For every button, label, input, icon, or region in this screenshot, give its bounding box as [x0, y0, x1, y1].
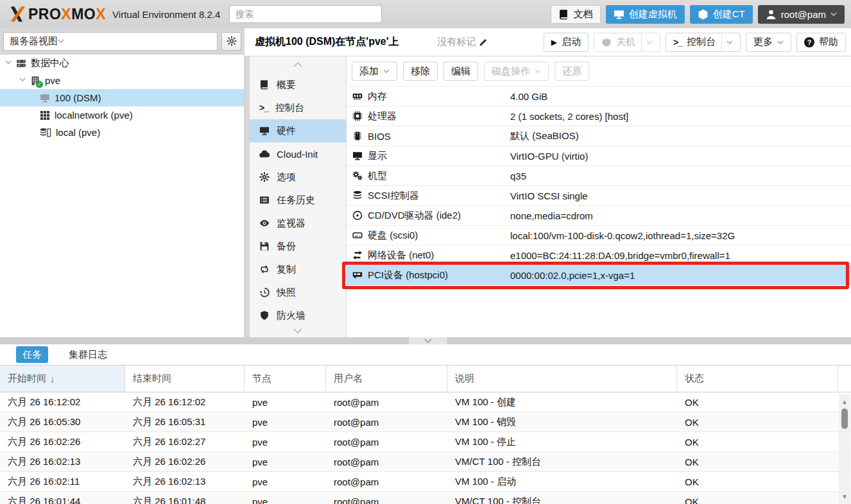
nav-item-firewall[interactable]: 防火墙	[250, 304, 346, 327]
proxmox-logo[interactable]: PROXMOX Virtual Environment 8.2.4	[6, 4, 220, 24]
help-button[interactable]: ? 帮助	[796, 33, 846, 52]
hw-row-network[interactable]: 网络设备 (net0) e1000=BC:24:11:28:DA:09,brid…	[347, 246, 851, 265]
nav-item-snapshots[interactable]: 快照	[250, 281, 346, 304]
search-input[interactable]	[229, 5, 382, 23]
hw-row-pci-device[interactable]: PCI设备 (hostpci0) 0000:00:02.0,pcie=1,x-v…	[347, 265, 851, 285]
nav-item-hardware[interactable]: 硬件	[250, 119, 346, 142]
task-row[interactable]: 六月 26 16:01:44六月 26 16:01:48pveroot@pamV…	[0, 492, 851, 504]
tree-item-localnetwork[interactable]: localnetwork (pve)	[0, 106, 244, 124]
shutdown-button[interactable]: 关机	[594, 33, 660, 52]
hw-row-processors[interactable]: 处理器 2 (1 sockets, 2 cores) [host]	[347, 106, 851, 126]
revert-button[interactable]: 还原	[554, 62, 589, 81]
edit-button[interactable]: 编辑	[443, 62, 478, 81]
scroll-up-icon[interactable]: ▲	[839, 398, 850, 405]
cloud-icon	[259, 149, 270, 159]
terminal-icon: >_	[673, 37, 682, 47]
nav-scroll-down[interactable]	[250, 324, 346, 337]
shield-icon	[259, 310, 270, 321]
nav-item-replication[interactable]: 复制	[250, 258, 346, 281]
disk-action-button[interactable]: 磁盘操作	[484, 62, 549, 81]
pci-card-icon	[352, 270, 368, 280]
hw-row-scsi-controller[interactable]: SCSI控制器 VirtIO SCSI single	[347, 186, 851, 206]
hardware-toolbar: 添加 移除 编辑 磁盘操作 还原	[347, 56, 851, 86]
column-header-node[interactable]: 节点	[245, 365, 326, 392]
tags-editor[interactable]: 没有标记	[438, 36, 488, 48]
expand-chevron-icon[interactable]	[5, 60, 12, 67]
eye-icon	[259, 218, 270, 228]
gears-icon	[352, 171, 368, 181]
pencil-icon	[479, 38, 488, 47]
task-row[interactable]: 六月 26 16:02:26六月 26 16:02:27pveroot@pamV…	[0, 432, 851, 452]
task-row[interactable]: 六月 26 16:05:30六月 26 16:05:31pveroot@pamV…	[0, 412, 851, 432]
create-vm-button[interactable]: 创建虚拟机	[606, 5, 685, 24]
hw-row-hard-disk[interactable]: 硬盘 (scsi0) local:100/vm-100-disk-0.qcow2…	[347, 226, 851, 246]
column-header-description[interactable]: 说明	[447, 365, 677, 392]
task-row[interactable]: 六月 26 16:02:13六月 26 16:02:26pveroot@pamV…	[0, 452, 851, 472]
add-button[interactable]: 添加	[352, 62, 397, 81]
console-button[interactable]: >_ 控制台	[666, 33, 741, 52]
nav-scroll-up[interactable]	[250, 56, 346, 73]
chevron-down-icon	[58, 39, 64, 43]
splitter-collapse-handle[interactable]	[409, 337, 447, 344]
tree-item-node-pve[interactable]: ✓ pve	[0, 72, 244, 89]
proxmox-mark-icon	[6, 4, 26, 24]
hw-row-cdrom[interactable]: CD/DVD驱动器 (ide2) none,media=cdrom	[347, 206, 851, 226]
nav-item-cloudinit[interactable]: Cloud-Init	[250, 142, 346, 165]
shutdown-menu-chevron[interactable]	[641, 33, 653, 51]
disk-action-chevron	[535, 69, 541, 73]
view-mode-select[interactable]: 服务器视图	[3, 32, 218, 51]
documentation-button[interactable]: 文档	[551, 5, 601, 24]
start-button[interactable]: ▶ 启动	[544, 33, 589, 52]
task-table-header: 开始时间 ↓ 结束时间 节点 用户名 说明 状态	[0, 365, 851, 392]
proxmox-app: PROXMOX Virtual Environment 8.2.4 文档 创建虚…	[0, 0, 851, 504]
more-button[interactable]: 更多	[746, 33, 791, 52]
hw-row-machine[interactable]: 机型 q35	[347, 166, 851, 186]
sort-desc-icon: ↓	[50, 373, 55, 384]
column-header-status[interactable]: 状态	[677, 365, 838, 392]
task-row[interactable]: 六月 26 16:02:11六月 26 16:02:13pveroot@pamV…	[0, 472, 851, 492]
tree-item-vm-100[interactable]: 100 (DSM)	[0, 89, 244, 106]
user-menu-button[interactable]: root@pam	[758, 5, 845, 24]
nav-item-backup[interactable]: 备份	[250, 235, 346, 258]
terminal-icon: >_	[259, 103, 268, 113]
task-row[interactable]: 六月 26 16:12:02六月 26 16:12:02pveroot@pamV…	[0, 392, 851, 412]
history-icon	[259, 287, 270, 298]
scrollbar-thumb[interactable]	[841, 408, 848, 429]
hw-row-display[interactable]: 显示 VirtIO-GPU (virtio)	[347, 146, 851, 166]
tab-tasks[interactable]: 任务	[16, 346, 48, 363]
help-icon: ?	[804, 37, 814, 47]
create-ct-button[interactable]: 创建CT	[690, 5, 753, 24]
console-menu-chevron[interactable]	[721, 33, 733, 51]
chevron-down-icon	[830, 12, 837, 16]
nav-item-options[interactable]: 选项	[250, 165, 346, 189]
hw-row-memory[interactable]: 内存 4.00 GiB	[347, 87, 851, 106]
remove-button[interactable]: 移除	[403, 62, 438, 81]
hdd-icon	[352, 230, 368, 240]
hw-row-bios[interactable]: BIOS 默认 (SeaBIOS)	[347, 126, 851, 146]
tree-item-local-storage[interactable]: local (pve)	[0, 124, 244, 141]
tree-item-datacenter[interactable]: 数据中心	[0, 55, 244, 72]
retweet-icon	[259, 264, 270, 274]
tree-settings-button[interactable]	[221, 32, 241, 51]
list-icon	[259, 195, 270, 205]
top-header: PROXMOX Virtual Environment 8.2.4 文档 创建虚…	[0, 0, 851, 28]
brand-word: PROXMOX	[28, 6, 106, 23]
power-icon	[601, 37, 612, 47]
vm-config-nav: 概要 >_ 控制台 硬件 Cloud-Init 选项 任务历史 监视器 备份	[250, 56, 347, 337]
exchange-arrows-icon	[352, 250, 368, 260]
nav-item-summary[interactable]: 概要	[250, 73, 346, 96]
column-header-end-time[interactable]: 结束时间	[125, 365, 245, 392]
nav-item-monitor[interactable]: 监视器	[250, 212, 346, 235]
column-header-username[interactable]: 用户名	[326, 365, 447, 392]
column-header-start-time[interactable]: 开始时间 ↓	[0, 365, 125, 392]
nav-item-task-history[interactable]: 任务历史	[250, 189, 346, 212]
expand-chevron-icon[interactable]	[19, 78, 26, 84]
horizontal-splitter[interactable]	[0, 337, 851, 344]
online-status-badge: ✓	[36, 81, 43, 88]
task-scrollbar[interactable]: ▲ ▼	[839, 394, 850, 504]
user-icon	[766, 9, 777, 20]
tab-cluster-log[interactable]: 集群日志	[62, 346, 114, 363]
cd-icon	[352, 210, 368, 221]
nav-item-console[interactable]: >_ 控制台	[250, 96, 346, 119]
scroll-down-icon[interactable]: ▼	[839, 493, 850, 500]
